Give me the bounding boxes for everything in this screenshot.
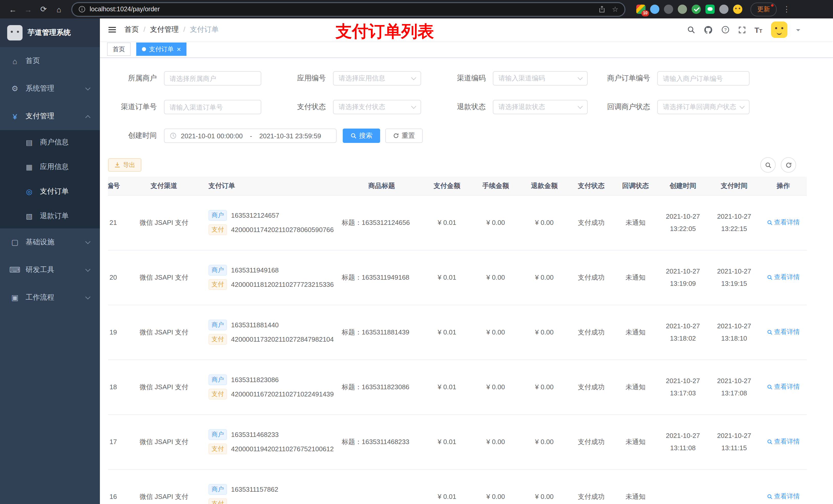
view-detail-link[interactable]: 查看详情 [767, 383, 800, 391]
app-logo[interactable]: 芋道管理系统 [0, 19, 100, 47]
collapse-menu-icon[interactable] [100, 25, 124, 34]
extension-icon-4[interactable] [678, 5, 687, 14]
cell-amount: ¥ 0.01 [423, 360, 471, 414]
cell-amount: ¥ 0.01 [423, 250, 471, 305]
view-detail-link[interactable]: 查看详情 [767, 492, 800, 501]
col-actions: 操作 [760, 177, 807, 195]
sidebar-item-workflow[interactable]: ▣ 工作流程 [0, 284, 100, 311]
cell-fee: ¥ 0.00 [471, 414, 520, 469]
sidebar-menu: ⌂ 首页 ⚙ 系统管理 ¥ 支付管理 ▤ 商户信息 ▦ 应用信息 [0, 47, 100, 311]
search-button[interactable]: 搜索 [343, 128, 380, 143]
fullscreen-icon[interactable] [738, 26, 746, 33]
extension-icon-7[interactable] [719, 5, 729, 14]
extension-icon-3[interactable] [664, 5, 673, 14]
merchant-order-no: 1635311823086 [231, 376, 279, 384]
help-icon[interactable]: ? [721, 26, 729, 34]
view-detail-link[interactable]: 查看详情 [767, 328, 800, 337]
tab-home[interactable]: 首页 [107, 43, 130, 56]
view-detail-link[interactable]: 查看详情 [767, 218, 800, 227]
search-icon[interactable] [687, 26, 695, 34]
extension-icon-6[interactable] [706, 5, 715, 14]
refund-status-select[interactable]: 请选择退款状态 [493, 100, 588, 114]
table-row[interactable]: 18 微信 JSAPI 支付 商户 1635311823086 支付 42000… [108, 360, 807, 414]
browser-update-button[interactable]: 更新 [751, 2, 777, 16]
breadcrumb-home[interactable]: 首页 [124, 25, 150, 34]
sidebar-item-app-info[interactable]: ▦ 应用信息 [0, 155, 100, 179]
notify-status-select[interactable]: 请选择订单回调商户状态 [657, 100, 749, 114]
browser-home-icon[interactable]: ⌂ [52, 3, 66, 16]
sidebar-item-pay-order[interactable]: ◎ 支付订单 [0, 179, 100, 204]
col-title: 商品标题 [341, 177, 423, 195]
sidebar-item-dev-tools[interactable]: ⌨ 研发工具 [0, 256, 100, 284]
address-bar[interactable]: localhost:1024/pay/order ☆ [72, 2, 625, 16]
sidebar-item-system[interactable]: ⚙ 系统管理 [0, 75, 100, 102]
extension-icon-2[interactable] [650, 5, 659, 14]
table-row[interactable]: 19 微信 JSAPI 支付 商户 1635311881440 支付 42000… [108, 305, 807, 360]
logo-image [7, 25, 23, 41]
reset-button[interactable]: 重置 [385, 128, 423, 143]
merchant-input[interactable] [170, 74, 256, 82]
refresh-button[interactable] [781, 157, 796, 173]
cell-refund: ¥ 0.00 [520, 360, 569, 414]
export-button[interactable]: 导出 [108, 158, 141, 172]
view-detail-link[interactable]: 查看详情 [767, 437, 800, 446]
reload-icon[interactable]: ⟳ [37, 3, 50, 16]
back-icon[interactable]: ← [6, 3, 20, 16]
extension-icon-8[interactable] [733, 5, 742, 14]
tab-pay-order[interactable]: 支付订单 × [136, 43, 187, 56]
table-row[interactable]: 21 微信 JSAPI 支付 商户 1635312124657 支付 42000… [108, 195, 807, 250]
toggle-search-button[interactable] [760, 157, 776, 173]
breadcrumb-payment[interactable]: 支付管理 [150, 25, 190, 34]
table-row[interactable]: 17 微信 JSAPI 支付 商户 1635311468233 支付 42000… [108, 414, 807, 469]
table-row[interactable]: 16 微信 JSAPI 支付 商户 1635311157862 支付 [108, 469, 807, 504]
page-content: 所属商户 应用编号 请选择应用信息 渠道编码 请输入渠道编码 商户订单编号 [100, 58, 833, 504]
avatar-caret-icon[interactable] [796, 29, 800, 33]
annotation-text: 支付订单列表 [336, 21, 434, 43]
merchant-order-no-input[interactable] [663, 74, 744, 82]
cell-order: 商户 1635311881440 支付 42000011732021102728… [203, 305, 341, 360]
cell-channel: 微信 JSAPI 支付 [125, 250, 203, 305]
table-toolbar: 导出 [108, 157, 825, 173]
pay-badge: 支付 [209, 224, 227, 235]
extension-icon-5[interactable] [692, 5, 701, 14]
sidebar-item-payment[interactable]: ¥ 支付管理 [0, 102, 100, 130]
browser-menu-icon[interactable]: ⋮ [783, 5, 790, 14]
tags-view-bar: 首页 支付订单 × [100, 41, 833, 58]
site-info-icon[interactable] [78, 6, 86, 13]
sidebar-item-refund-order[interactable]: ▧ 退款订单 [0, 204, 100, 229]
forward-icon[interactable]: → [22, 3, 35, 16]
bookmark-star-icon[interactable]: ☆ [612, 6, 618, 13]
dashboard-icon: ⌂ [9, 56, 21, 65]
sidebar-item-infrastructure[interactable]: ▢ 基础设施 [0, 229, 100, 256]
date-range-picker[interactable]: 2021-10-01 00:00:00 - 2021-10-31 23:59:5… [164, 128, 337, 143]
sidebar-item-home[interactable]: ⌂ 首页 [0, 47, 100, 75]
cell-amount: ¥ 0.01 [423, 414, 471, 469]
user-avatar[interactable] [771, 22, 787, 38]
view-detail-link[interactable]: 查看详情 [767, 273, 800, 282]
pay-status-select[interactable]: 请选择支付状态 [333, 100, 421, 114]
cell-id: 17 [108, 414, 125, 469]
merchant-badge: 商户 [209, 210, 227, 221]
cell-create-time [657, 469, 709, 504]
pay-order-no: 4200001167202110271022491439 [231, 390, 334, 398]
breadcrumb: 首页 支付管理 支付订单 [124, 25, 219, 34]
col-amount: 支付金额 [423, 177, 471, 195]
document-icon: ▧ [24, 212, 35, 220]
merchant-order-no: 1635312124657 [231, 212, 279, 219]
extension-icon-1[interactable]: 10 [636, 5, 645, 14]
table-row[interactable]: 20 微信 JSAPI 支付 商户 1635311949168 支付 42000… [108, 250, 807, 305]
font-size-icon[interactable]: TT [754, 25, 762, 34]
share-icon[interactable] [599, 6, 606, 13]
cell-order: 商户 1635311949168 支付 42000011812021102777… [203, 250, 341, 305]
clock-icon [170, 132, 177, 139]
channel-code-select[interactable]: 请输入渠道编码 [493, 71, 588, 86]
app-select[interactable]: 请选择应用信息 [333, 71, 421, 86]
col-pay-status: 支付状态 [569, 177, 614, 195]
sidebar-item-merchant-info[interactable]: ▤ 商户信息 [0, 130, 100, 155]
cell-channel: 微信 JSAPI 支付 [125, 195, 203, 250]
channel-order-no-input[interactable] [170, 103, 256, 111]
tab-close-icon[interactable]: × [177, 46, 181, 53]
sidebar: 芋道管理系统 ⌂ 首页 ⚙ 系统管理 ¥ 支付管理 ▤ 商户信息 [0, 19, 100, 504]
github-icon[interactable] [704, 25, 712, 34]
cell-id: 21 [108, 195, 125, 250]
